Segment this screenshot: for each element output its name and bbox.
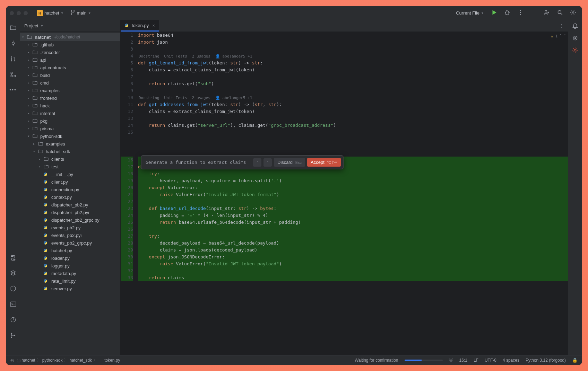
editor-code[interactable]: import base64import jsonDocstringUnit Te… [138, 32, 568, 355]
svg-point-6 [12, 42, 14, 45]
tree-item[interactable]: ▾python-sdk [20, 132, 120, 140]
caret-position[interactable]: 16:1 [459, 358, 467, 363]
services-tool-button[interactable] [10, 268, 16, 279]
tree-item[interactable]: __init__.py [20, 170, 120, 178]
breadcrumb[interactable]: ▢ hatchet〉python-sdk〉hatchet_sdk〉token.p… [17, 357, 120, 363]
hexagon-tool-button[interactable] [10, 284, 16, 294]
ai-prev-button[interactable]: ˄ [253, 158, 261, 167]
tree-item[interactable]: ▸api [20, 56, 120, 64]
ai-discard-button[interactable]: Discard Esc [274, 158, 305, 167]
tree-item[interactable]: dispatcher_pb2_grpc.py [20, 216, 120, 224]
tree-item[interactable]: ▸test [20, 163, 120, 170]
right-tool-rail [568, 20, 582, 355]
code-editor[interactable]: ⚠ 1 ˄ ˅ 12345678910111213141516171819202… [121, 32, 568, 355]
file-encoding[interactable]: UTF-8 [485, 358, 496, 363]
terminal-tool-button[interactable] [10, 299, 16, 310]
more-tools-button[interactable]: ••• [9, 85, 17, 94]
project-tool-button[interactable] [10, 23, 16, 34]
settings-button[interactable] [568, 9, 578, 17]
inspections-widget[interactable]: ⚠ 1 ˄ ˅ [551, 34, 566, 38]
line-separator[interactable]: LF [474, 358, 478, 363]
commit-tool-button[interactable] [10, 38, 16, 49]
breadcrumb-item[interactable]: ▢ hatchet [17, 358, 35, 363]
tree-item[interactable]: hatchet.py [20, 247, 120, 254]
tree-item[interactable]: ▸internal [20, 109, 120, 117]
tree-item[interactable]: ▸cmd [20, 79, 120, 87]
tree-item[interactable]: ▸.github [20, 41, 120, 48]
tree-item[interactable]: ▸prisma [20, 125, 120, 132]
vcs-branch-selector[interactable]: main ▼ [69, 10, 93, 16]
tree-item[interactable]: logger.py [20, 262, 120, 270]
more-actions-button[interactable] [515, 9, 526, 17]
tree-item[interactable]: dispatcher_pb2.py [20, 201, 120, 209]
pull-requests-tool-button[interactable] [10, 54, 16, 65]
tree-item[interactable]: client.py [20, 178, 120, 186]
tree-item[interactable]: loader.py [20, 254, 120, 262]
nav-target-icon[interactable]: ◎ [10, 358, 14, 363]
project-selector[interactable]: H hatchet ▼ [35, 10, 66, 16]
close-tab-button[interactable]: × [151, 23, 155, 28]
tree-item[interactable]: connection.py [20, 186, 120, 193]
tree-item[interactable]: ▸hack [20, 102, 120, 109]
breadcrumb-item[interactable]: python-sdk [42, 358, 63, 363]
run-config-selector[interactable]: Current File ▼ [454, 10, 486, 16]
project-tree[interactable]: ▾hatchet~/code/hatchet▸.github▸.zencoder… [20, 32, 120, 355]
ide-window: H hatchet ▼ main ▼ Current File ▼ ••• [6, 6, 582, 365]
project-sidebar-header[interactable]: Project ▼ [20, 20, 120, 32]
lock-icon[interactable]: 🔒 [572, 357, 578, 363]
tree-item[interactable]: ▾hatchet_sdk [20, 148, 120, 155]
tree-item[interactable]: ▸api-contracts [20, 64, 120, 71]
tree-item[interactable]: ▸frontend [20, 94, 120, 102]
run-button[interactable] [489, 9, 499, 17]
tabs-menu-button[interactable]: ⋮ [555, 20, 568, 32]
python-console-button[interactable] [10, 253, 16, 263]
breadcrumb-item[interactable]: token.py [99, 358, 120, 363]
project-sidebar: Project ▼ ▾hatchet~/code/hatchet▸.github… [20, 20, 121, 355]
tree-item[interactable]: rate_limit.py [20, 277, 120, 285]
breadcrumb-item[interactable]: hatchet_sdk [69, 358, 92, 363]
code-with-me-button[interactable] [542, 9, 552, 17]
tree-item[interactable]: events_pb2.py [20, 224, 120, 231]
tree-item[interactable]: context.py [20, 193, 120, 201]
statusbar: ◎ ▢ hatchet〉python-sdk〉hatchet_sdk〉token… [6, 355, 582, 365]
window-controls [10, 11, 28, 15]
tree-item[interactable]: ▸clients [20, 155, 120, 163]
tree-item[interactable]: ▸examples [20, 87, 120, 94]
problems-tool-button[interactable] [10, 315, 16, 326]
discard-label: Discard [277, 160, 293, 165]
background-task-label[interactable]: Waiting for confirmation [355, 358, 398, 363]
tree-item[interactable]: ▸build [20, 71, 120, 79]
ai-accept-button[interactable]: Accept ⌥⇧↩ [307, 158, 341, 167]
python-interpreter[interactable]: Python 3.12 (forgood) [526, 358, 566, 363]
tree-item[interactable]: metadata.py [20, 270, 120, 277]
tree-item[interactable]: ▸.zencoder [20, 48, 120, 56]
tree-item[interactable]: ▸examples [20, 140, 120, 148]
search-everywhere-button[interactable] [555, 9, 565, 17]
tree-item[interactable]: events_pb2_grpc.py [20, 239, 120, 247]
vcs-tool-button[interactable] [10, 330, 16, 341]
cancel-task-button[interactable]: ⓧ [449, 357, 453, 363]
tree-item[interactable]: semver.py [20, 285, 120, 292]
chevron-down-icon: ▼ [61, 11, 64, 15]
editor-tab[interactable]: token.py × [121, 20, 159, 32]
chevron-down-icon: ▼ [88, 11, 91, 15]
chevron-down-icon[interactable]: ˅ [564, 34, 566, 38]
gear-accent-button[interactable] [572, 47, 578, 54]
structure-tool-button[interactable] [10, 70, 16, 80]
tree-root[interactable]: ▾hatchet~/code/hatchet [20, 33, 120, 41]
tree-item[interactable]: ▸pkg [20, 117, 120, 125]
notifications-button[interactable] [572, 23, 578, 30]
close-window-button[interactable] [10, 11, 14, 15]
main-body: ••• Project ▼ ▾hatchet~/code/hatchet▸.gi… [6, 20, 582, 355]
zoom-window-button[interactable] [24, 11, 28, 15]
ai-assistant-button[interactable] [572, 35, 578, 42]
tree-item[interactable]: dispatcher_pb2.pyi [20, 209, 120, 216]
discard-shortcut: Esc [295, 160, 302, 165]
debug-button[interactable] [502, 9, 512, 17]
tree-item[interactable]: events_pb2.pyi [20, 231, 120, 239]
ai-next-button[interactable]: ˅ [263, 158, 272, 167]
minimize-window-button[interactable] [17, 11, 21, 15]
indent-settings[interactable]: 4 spaces [503, 358, 519, 363]
ai-prompt-input[interactable] [144, 158, 251, 166]
chevron-up-icon[interactable]: ˄ [560, 34, 562, 38]
